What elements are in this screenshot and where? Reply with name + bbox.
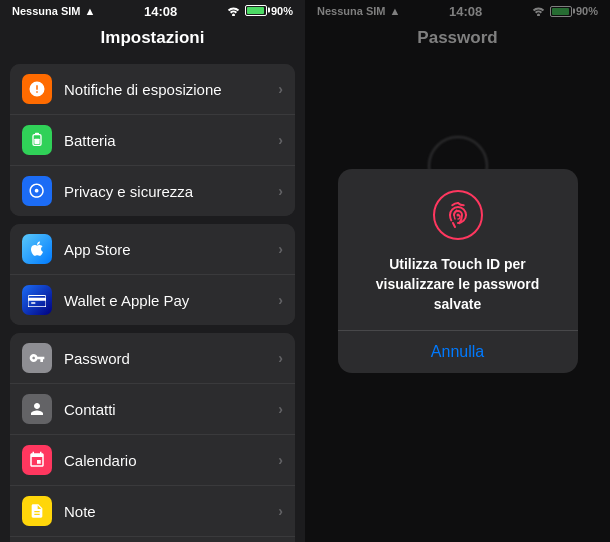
chevron-esposizione: › <box>278 81 283 97</box>
settings-title: Impostazioni <box>0 22 305 56</box>
chevron-calendario: › <box>278 452 283 468</box>
status-bar-left: Nessuna SIM ▲ 14:08 90% <box>0 0 305 22</box>
icon-password <box>22 343 52 373</box>
carrier-left: Nessuna SIM ▲ <box>12 5 95 17</box>
settings-item-password[interactable]: Password › <box>10 333 295 384</box>
section-group-1: Notifiche di esposizione › Batteria › <box>10 64 295 216</box>
label-appstore: App Store <box>64 241 278 258</box>
svg-rect-5 <box>31 302 36 304</box>
settings-item-wallet[interactable]: Wallet e Apple Pay › <box>10 275 295 325</box>
settings-item-esposizione[interactable]: Notifiche di esposizione › <box>10 64 295 115</box>
icon-wallet <box>22 285 52 315</box>
left-panel: Nessuna SIM ▲ 14:08 90% Impostazioni <box>0 0 305 542</box>
settings-list: Notifiche di esposizione › Batteria › <box>0 56 305 542</box>
svg-rect-1 <box>35 133 39 135</box>
settings-item-note[interactable]: Note › <box>10 486 295 537</box>
icon-note <box>22 496 52 526</box>
wifi-icon <box>226 5 241 18</box>
touch-id-modal: Utilizza Touch ID per visualizzare le pa… <box>338 169 578 372</box>
chevron-appstore: › <box>278 241 283 257</box>
signal-icon: ▲ <box>84 5 95 17</box>
svg-rect-2 <box>34 139 39 144</box>
modal-content: Utilizza Touch ID per visualizzare le pa… <box>338 169 578 330</box>
label-wallet: Wallet e Apple Pay <box>64 292 278 309</box>
section-group-2: App Store › Wallet e Apple Pay › <box>10 224 295 325</box>
chevron-batteria: › <box>278 132 283 148</box>
cancel-button[interactable]: Annulla <box>338 331 578 373</box>
label-privacy: Privacy e sicurezza <box>64 183 278 200</box>
settings-item-promemoria[interactable]: Promemoria › <box>10 537 295 542</box>
icon-privacy <box>22 176 52 206</box>
icon-contatti <box>22 394 52 424</box>
label-batteria: Batteria <box>64 132 278 149</box>
icon-appstore <box>22 234 52 264</box>
icon-batteria <box>22 125 52 155</box>
chevron-password: › <box>278 350 283 366</box>
svg-rect-4 <box>28 298 46 301</box>
settings-item-calendario[interactable]: Calendario › <box>10 435 295 486</box>
label-note: Note <box>64 503 278 520</box>
chevron-contatti: › <box>278 401 283 417</box>
status-right-left: 90% <box>226 5 293 18</box>
battery-left <box>245 5 267 18</box>
section-group-3: Password › Contatti › Calendario <box>10 333 295 542</box>
touch-id-modal-overlay: Utilizza Touch ID per visualizzare le pa… <box>305 0 610 542</box>
label-calendario: Calendario <box>64 452 278 469</box>
settings-item-batteria[interactable]: Batteria › <box>10 115 295 166</box>
battery-percent-left: 90% <box>271 5 293 17</box>
svg-rect-3 <box>28 296 46 307</box>
right-panel: Nessuna SIM ▲ 14:08 90% Password Le tue … <box>305 0 610 542</box>
label-contatti: Contatti <box>64 401 278 418</box>
label-password: Password <box>64 350 278 367</box>
icon-calendario <box>22 445 52 475</box>
chevron-privacy: › <box>278 183 283 199</box>
touch-id-icon <box>432 189 484 241</box>
settings-item-privacy[interactable]: Privacy e sicurezza › <box>10 166 295 216</box>
chevron-wallet: › <box>278 292 283 308</box>
chevron-note: › <box>278 503 283 519</box>
settings-item-appstore[interactable]: App Store › <box>10 224 295 275</box>
label-esposizione: Notifiche di esposizione <box>64 81 278 98</box>
modal-title: Utilizza Touch ID per visualizzare le pa… <box>354 255 562 314</box>
icon-esposizione <box>22 74 52 104</box>
settings-item-contatti[interactable]: Contatti › <box>10 384 295 435</box>
carrier-text-left: Nessuna SIM <box>12 5 80 17</box>
time-left: 14:08 <box>144 4 177 19</box>
